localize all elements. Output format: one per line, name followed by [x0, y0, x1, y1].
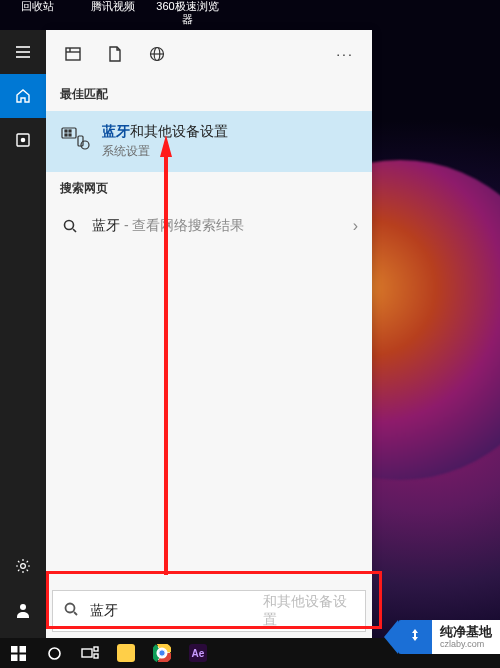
best-match-subtitle: 系统设置: [102, 143, 228, 160]
taskbar-chrome[interactable]: [144, 638, 180, 668]
hamburger-button[interactable]: [0, 30, 46, 74]
svg-point-5: [21, 564, 26, 569]
section-best-match-title: 最佳匹配: [46, 78, 372, 111]
svg-rect-33: [94, 654, 98, 658]
svg-rect-27: [19, 646, 26, 653]
search-icon: [60, 218, 80, 234]
svg-rect-17: [69, 134, 71, 136]
best-match-title: 蓝牙和其他设备设置: [102, 123, 228, 141]
web-search-row[interactable]: 蓝牙 - 查看网络搜索结果 ›: [46, 205, 372, 247]
desktop-icon-tencent[interactable]: 腾讯视频: [75, 0, 150, 26]
svg-line-21: [73, 229, 76, 232]
svg-rect-31: [82, 649, 92, 657]
recent-button[interactable]: [0, 118, 46, 162]
desktop-icon-360browser[interactable]: 360极速浏览器: [150, 0, 225, 26]
watermark-title: 纯净基地: [440, 625, 492, 638]
account-button[interactable]: [0, 588, 46, 632]
chevron-right-icon: ›: [353, 217, 358, 235]
desktop-icon-recycle[interactable]: 回收站: [0, 0, 75, 26]
search-filter-header: ···: [46, 30, 372, 78]
svg-rect-14: [65, 130, 67, 132]
search-panel: ··· 最佳匹配 蓝牙和其他设备设置 系统设置 搜索网页 蓝牙 - 查看网络搜索…: [46, 30, 372, 638]
best-match-result[interactable]: 蓝牙和其他设备设置 系统设置: [46, 111, 372, 172]
section-web-title: 搜索网页: [46, 172, 372, 205]
web-search-text: 蓝牙 - 查看网络搜索结果: [92, 217, 341, 235]
svg-point-4: [21, 138, 24, 141]
home-button[interactable]: [0, 74, 46, 118]
task-view-button[interactable]: [72, 638, 108, 668]
svg-point-22: [66, 604, 75, 613]
filter-documents-button[interactable]: [94, 30, 136, 78]
svg-point-6: [20, 604, 26, 610]
svg-line-23: [74, 612, 77, 615]
svg-rect-16: [65, 134, 67, 136]
filter-more-button[interactable]: ···: [324, 30, 366, 78]
search-icon: [63, 601, 82, 621]
watermark-badge-icon: [398, 620, 432, 654]
svg-rect-15: [69, 130, 71, 132]
search-input[interactable]: [90, 603, 265, 619]
cortana-button[interactable]: [36, 638, 72, 668]
svg-rect-28: [11, 654, 18, 661]
filter-web-button[interactable]: [136, 30, 178, 78]
watermark: 纯净基地 czlaby.com: [392, 618, 500, 656]
start-button[interactable]: [0, 638, 36, 668]
taskbar-file-explorer[interactable]: [108, 638, 144, 668]
svg-rect-32: [94, 647, 98, 651]
svg-point-30: [49, 648, 60, 659]
watermark-url: czlaby.com: [440, 640, 492, 649]
start-left-rail: [0, 30, 46, 638]
settings-button[interactable]: [0, 544, 46, 588]
bluetooth-settings-icon: [60, 123, 90, 153]
search-box[interactable]: 和其他设备设置: [52, 590, 366, 632]
search-suggestion-suffix: 和其他设备设置: [263, 593, 355, 629]
filter-apps-button[interactable]: [52, 30, 94, 78]
svg-rect-29: [19, 654, 26, 661]
svg-rect-7: [66, 48, 80, 60]
taskbar-after-effects[interactable]: Ae: [180, 638, 216, 668]
svg-rect-26: [11, 646, 18, 653]
svg-point-19: [81, 141, 89, 149]
svg-point-20: [65, 221, 74, 230]
desktop-icons-row: 回收站 腾讯视频 360极速浏览器: [0, 0, 225, 26]
